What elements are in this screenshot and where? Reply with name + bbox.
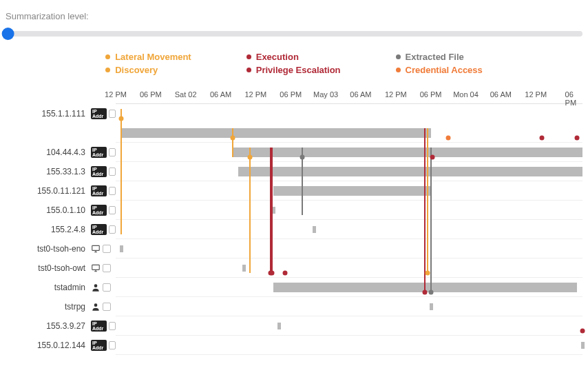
axis-tick: 12 PM [244,90,266,99]
event-connector[interactable] [120,109,122,234]
legend-item[interactable]: Discovery [105,65,191,75]
row-lane [116,201,582,220]
row-label: tstadmin [8,278,91,297]
row-lane [116,297,582,316]
event-connector[interactable] [232,128,233,157]
legend-item[interactable]: Privilege Escalation [246,65,341,75]
event-dot-icon[interactable] [247,155,252,160]
axis-tick: 06 AM [490,90,512,99]
activity-segment[interactable] [430,303,433,310]
event-dot-icon[interactable] [580,329,585,334]
event-dot-icon[interactable] [119,116,124,121]
legend-label: Lateral Movement [115,52,191,62]
row-icons [91,297,116,316]
row-checkbox[interactable] [109,148,116,156]
activity-bar[interactable] [233,148,583,157]
row-checkbox[interactable] [109,167,116,176]
event-dot-icon[interactable] [282,271,287,276]
svg-rect-3 [92,265,100,270]
row-checkbox[interactable] [109,187,116,195]
event-connector[interactable] [249,148,251,273]
event-connector[interactable] [271,148,273,273]
axis-tick: 12 PM [385,90,407,99]
row-lane [116,316,582,336]
axis-tick: Sat 02 [175,90,197,99]
row-icons [91,239,116,258]
axis-tick: 06 PM [140,90,162,99]
event-dot-icon[interactable] [430,155,435,160]
event-dot-icon[interactable] [270,271,275,276]
row-icons: IP Addr [91,181,116,201]
row-lane [116,258,582,278]
activity-segment[interactable] [120,245,123,252]
event-overlay [116,104,582,123]
axis-tick: 06 PM [420,90,442,99]
activity-segment[interactable] [242,265,246,272]
row-checkbox[interactable] [103,245,111,253]
legend-item[interactable]: Lateral Movement [105,52,191,62]
svg-point-7 [94,303,98,307]
event-connector[interactable] [427,128,428,273]
activity-segment[interactable] [581,342,585,349]
event-dot-icon[interactable] [230,136,235,141]
row-label: 155.33.1.3 [8,162,91,181]
event-dot-icon[interactable] [423,290,428,295]
activity-bar[interactable] [273,186,431,196]
row-checkbox[interactable] [109,110,116,118]
slider-thumb[interactable] [2,28,14,40]
activity-bar[interactable] [121,128,430,138]
slider-track [6,31,582,37]
row-label: 155.1.1.111 [8,104,91,123]
row-checkbox[interactable] [109,341,116,349]
row-lane [116,220,582,239]
row-lane [116,239,582,258]
legend-item[interactable]: Execution [246,52,341,62]
event-dot-icon[interactable] [539,136,544,141]
legend-label: Privilege Escalation [256,65,341,75]
svg-point-6 [94,284,98,287]
row-checkbox[interactable] [109,225,116,234]
row-icons [91,258,116,278]
legend-dot-icon [105,54,110,59]
row-checkbox[interactable] [109,206,116,214]
legend-item[interactable]: Extracted File [396,52,483,62]
row-label: 155.0.11.121 [8,181,91,201]
legend-label: Extracted File [406,52,464,62]
activity-segment[interactable] [313,226,316,233]
monitor-icon [91,244,101,254]
row-icons [91,278,116,297]
event-dot-icon[interactable] [428,290,433,295]
svg-rect-0 [92,245,100,250]
row-checkbox[interactable] [103,283,111,292]
ip-badge-icon: IP Addr [91,321,107,332]
x-axis: 12 PM06 PMSat 0206 AM12 PM06 PMMay 0306 … [116,88,582,104]
legend: Lateral MovementDiscovery ExecutionPrivi… [6,52,582,75]
summarization-slider[interactable] [6,26,582,42]
row-label: tstrpg [8,297,91,316]
event-connector[interactable] [430,148,432,292]
row-checkbox[interactable] [109,322,116,330]
row-icons: IP Addr [91,316,116,336]
timeline-chart: 12 PM06 PMSat 0206 AM12 PM06 PMMay 0306 … [8,88,582,355]
row-lane [116,143,582,162]
event-connector[interactable] [424,128,426,292]
row-checkbox[interactable] [103,303,111,311]
legend-item[interactable]: Credential Access [396,65,483,75]
row-lane [116,181,582,201]
activity-segment[interactable] [277,323,281,329]
legend-dot-icon [246,54,251,59]
ip-badge-icon: IP Addr [91,147,107,158]
legend-label: Execution [256,52,299,62]
event-dot-icon[interactable] [574,136,579,141]
ip-badge-icon: IP Addr [91,166,107,177]
row-label: 155.0.1.10 [8,201,91,220]
row-checkbox[interactable] [103,264,111,272]
legend-dot-icon [396,54,401,59]
row-label: tst0-tsoh-owt [8,258,91,278]
event-dot-icon[interactable] [300,155,305,160]
event-dot-icon[interactable] [446,136,451,141]
row-label: 155.2.4.8 [8,220,91,239]
activity-bar[interactable] [238,167,582,176]
row-icons: IP Addr [91,220,116,239]
axis-tick: 12 PM [525,90,547,99]
